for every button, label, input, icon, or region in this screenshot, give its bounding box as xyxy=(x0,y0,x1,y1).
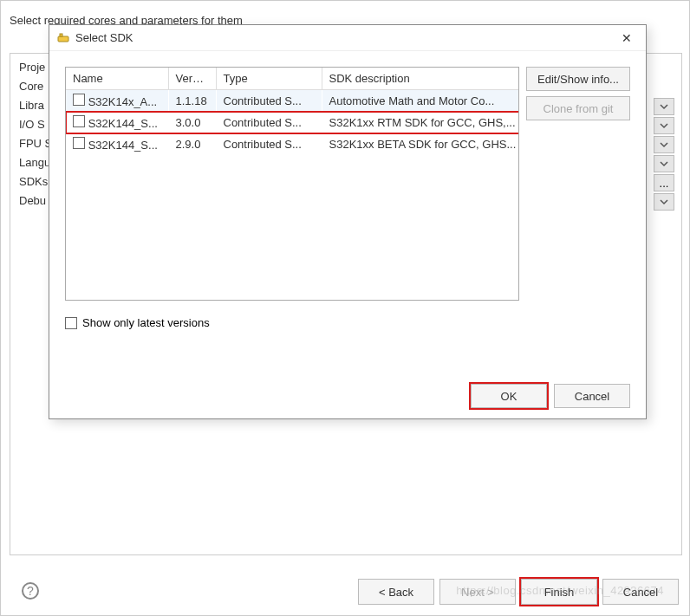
column-header-type[interactable]: Type xyxy=(216,68,322,90)
table-row[interactable]: S32K144_S... 2.9.0 Contributed S... S32K… xyxy=(66,133,519,155)
table-header-row: Name Versi... Type SDK description xyxy=(66,68,519,90)
column-header-version[interactable]: Versi... xyxy=(168,68,216,90)
cell-description: S32K1xx BETA SDK for GCC, GHS... xyxy=(322,133,519,155)
checkbox-icon[interactable] xyxy=(65,317,77,329)
cancel-button[interactable]: Cancel xyxy=(554,384,630,408)
row-checkbox[interactable] xyxy=(73,94,85,106)
close-icon[interactable]: ✕ xyxy=(615,26,639,50)
edit-show-info-button[interactable]: Edit/Show info... xyxy=(526,67,630,91)
row-checkbox[interactable] xyxy=(73,115,85,127)
side-button-panel: Edit/Show info... Clone from git xyxy=(526,67,630,301)
dropdown-toggle[interactable] xyxy=(654,155,674,172)
dialog-button-bar: OK Cancel xyxy=(471,384,630,408)
cell-name: S32K14x_A... xyxy=(88,95,158,108)
table-row[interactable]: S32K144_S... 3.0.0 Contributed S... S32K… xyxy=(66,112,519,133)
show-only-label: Show only latest versions xyxy=(82,316,210,329)
cell-type: Contributed S... xyxy=(216,90,322,113)
cell-type: Contributed S... xyxy=(216,133,322,155)
back-button[interactable]: < Back xyxy=(358,579,434,605)
dialog-icon xyxy=(56,31,70,45)
table-row[interactable]: S32K14x_A... 1.1.18 Contributed S... Aut… xyxy=(66,90,519,113)
finish-button[interactable]: Finish xyxy=(521,579,597,605)
svg-rect-0 xyxy=(58,36,68,42)
select-sdk-dialog: Select SDK ✕ Name Versi... Type SDK desc… xyxy=(49,24,647,419)
wizard-button-bar: < Back Next > Finish Cancel xyxy=(1,579,689,605)
show-only-latest-checkbox[interactable]: Show only latest versions xyxy=(65,316,646,329)
sdk-table: Name Versi... Type SDK description S32K1… xyxy=(65,67,519,301)
dialog-titlebar: Select SDK ✕ xyxy=(49,25,646,51)
ok-button[interactable]: OK xyxy=(471,384,547,408)
clone-from-git-button: Clone from git xyxy=(526,96,630,120)
dropdown-toggle[interactable] xyxy=(654,98,674,115)
cell-description: Automotive Math and Motor Co... xyxy=(322,90,519,113)
dialog-body: Name Versi... Type SDK description S32K1… xyxy=(49,51,646,309)
cell-name: S32K144_S... xyxy=(88,139,158,152)
dropdown-toggle[interactable] xyxy=(654,117,674,134)
column-header-description[interactable]: SDK description xyxy=(322,68,519,90)
cell-type: Contributed S... xyxy=(216,112,322,133)
column-header-name[interactable]: Name xyxy=(66,68,168,90)
dropdown-toggle[interactable] xyxy=(654,136,674,153)
svg-rect-1 xyxy=(60,34,62,36)
cell-description: S32K1xx RTM SDK for GCC, GHS,... xyxy=(322,112,519,133)
cell-version: 3.0.0 xyxy=(168,112,216,133)
cell-name: S32K144_S... xyxy=(88,117,158,130)
next-button: Next > xyxy=(439,579,516,605)
cell-version: 1.1.18 xyxy=(168,90,216,113)
cancel-button[interactable]: Cancel xyxy=(602,579,679,605)
row-checkbox[interactable] xyxy=(73,137,85,149)
dialog-title: Select SDK xyxy=(75,31,615,44)
cell-version: 2.9.0 xyxy=(168,133,216,155)
more-button[interactable]: ... xyxy=(654,174,674,191)
dropdown-toggle[interactable] xyxy=(654,193,674,211)
